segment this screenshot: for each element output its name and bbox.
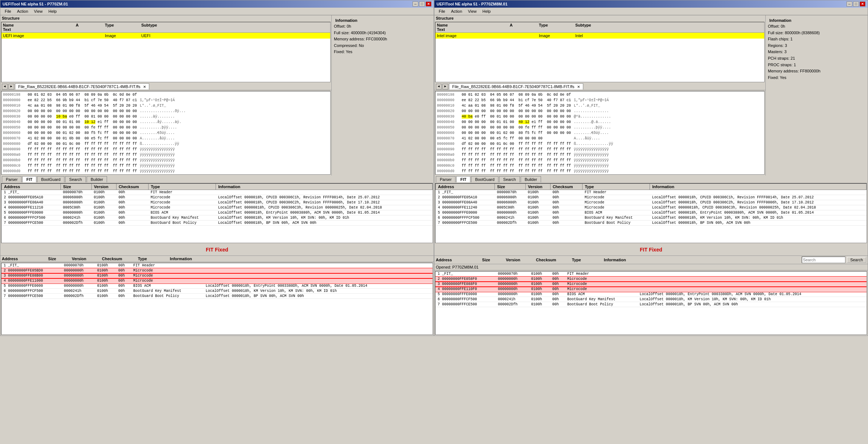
right-bot-r4-chk: 00h (550, 287, 565, 292)
left-fit-row-5[interactable]: 5 00000000FFFE0000 00000000h 0100h 00h B… (2, 210, 433, 215)
right-struct-row-intel[interactable]: Intel image Image Intel (435, 33, 764, 39)
right-bot-r5-addr: 5 00000000FFFE0000 (435, 292, 496, 297)
right-hex-tab[interactable]: File_Raw_B52282EE-9B66-44B9-B1CF-7E5040F… (449, 83, 583, 90)
right-bot-fit-row-5[interactable]: 5 00000000FFFE0000 00000000h 0100h 00h B… (435, 292, 867, 297)
right-menu-action[interactable]: Action (448, 8, 465, 14)
right-menu-help[interactable]: Help (480, 8, 494, 14)
left-struct-col-subtype: Subtype (141, 23, 178, 27)
right-tab-fit[interactable]: FIT (456, 176, 470, 182)
left-fit-row-2[interactable]: 2 00000000FFE05A10 00006000h 0100h 00h M… (2, 195, 433, 200)
left-info-compressed: Compressed: No (334, 43, 431, 49)
left-fit-r5-chk: 00h (116, 210, 148, 215)
left-menu-help[interactable]: Help (46, 8, 60, 14)
left-tab-builder[interactable]: Builder (87, 176, 107, 182)
left-window: UEFITool NE alpha 51 - P770ZM.01 ─ □ ✕ F… (0, 0, 434, 336)
left-menu-action[interactable]: Action (14, 8, 31, 14)
right-bot-fit-row-7[interactable]: 7 00000000FFFCE500 000002Dfh 0100h 00h B… (435, 302, 867, 307)
left-hex-tab-label: File_Raw_B52282EE-9B66-44B9-B1CF-7E5040F… (18, 84, 140, 89)
right-bot-r1-addr: 1 _FIT_ (435, 271, 496, 277)
right-menu-file[interactable]: File (436, 8, 448, 14)
right-fit-row-1[interactable]: 1 _FIT_ 00000070h 0100h 00h FIT Header (436, 190, 867, 195)
right-bot-r3-type: Microcode (565, 282, 638, 287)
left-bot-fit-row-3[interactable]: 3 00000000FFE08B00 00000000h 0100h 00h M… (1, 273, 433, 278)
right-tab-builder[interactable]: Builder (521, 176, 541, 182)
right-info-fullsize: Full size: 800000h (8388608) (768, 30, 865, 36)
right-fit-r6-info: LocalOffset 0000018h, KM Version 10h, KM… (650, 215, 867, 221)
left-fit-row-4[interactable]: 4 00000000FFE11210 0005C00h 0100h 00h Mi… (2, 205, 433, 210)
left-struct-a (76, 33, 105, 38)
right-info-content: Offset: 0h Full size: 800000h (8388608) … (768, 23, 865, 81)
right-fit-row-2[interactable]: 2 00000000FFE05A10 00006000h 0100h 00h M… (436, 195, 867, 200)
right-hex-close-btn[interactable]: ✕ (577, 85, 580, 89)
right-bot-r7-chk: 00h (550, 302, 565, 307)
right-hex-row-ff6: 000000e0 ff ff ff ff ff ff ff ff ff ff f… (437, 174, 763, 175)
right-hex-forward-btn[interactable]: ► (442, 84, 448, 90)
left-bot-r4-info (204, 278, 433, 284)
right-fit-row-6[interactable]: 6 00000000FFFFCF500 0000241h 0100h 00h B… (436, 215, 867, 221)
left-fit-r2-ver: 0100h (92, 195, 117, 200)
left-bot-fit-row-5[interactable]: 5 00000000FFFE0000 00000000h 0100h 00h B… (1, 284, 433, 289)
right-hex-viewer[interactable]: 00000198 00 01 02 03 04 05 06 07 08 09 0… (435, 91, 765, 175)
right-maximize-btn[interactable]: □ (853, 1, 859, 7)
left-struct-row-uefi[interactable]: UEFI image Image UEFI (1, 33, 330, 39)
left-tab-parser[interactable]: Parser (2, 176, 21, 182)
left-hex-viewer[interactable]: 00000198 00 01 02 03 04 05 06 07 08 09 0… (1, 91, 331, 175)
left-hex-close-btn[interactable]: ✕ (143, 85, 146, 89)
right-close-btn[interactable]: ✕ (860, 1, 865, 7)
left-hex-back-btn[interactable]: ◄ (2, 84, 8, 90)
left-struct-header: Name A Type Subtype Text (1, 22, 330, 33)
right-fit-row-4[interactable]: 4 00000000FFE11240 0005C00h 0100h 00h Mi… (436, 205, 867, 210)
left-tab-bootguard[interactable]: BootGuard (37, 176, 64, 182)
right-fit-r1-size: 00000070h (495, 190, 526, 195)
right-structure-tree[interactable]: Name A Type Subtype Text Intel image Ima… (435, 22, 765, 82)
left-menu-view[interactable]: View (31, 8, 46, 14)
left-hex-tab[interactable]: File_Raw_B52282EE-9B66-44B9-B1CF-7E5040F… (15, 83, 149, 90)
right-fit-r5-ver: 0100h (526, 210, 551, 215)
left-bot-fit-row-6[interactable]: 6 00000000FFFCF500 0000241h 0100h 00h Bo… (1, 289, 433, 294)
left-bot-fit-row-2[interactable]: 2 00000000FFE05BD0 00000000h 0100h 00h M… (1, 268, 433, 273)
right-fit-row-5[interactable]: 5 00000000FFFE0000 00000000h 0100h 00h B… (436, 210, 867, 215)
right-menu-view[interactable]: View (465, 8, 480, 14)
right-hex-back-btn[interactable]: ◄ (436, 84, 442, 90)
right-minimize-btn[interactable]: ─ (847, 1, 852, 7)
right-search-input[interactable] (802, 257, 845, 263)
left-hex-forward-btn[interactable]: ► (8, 84, 14, 90)
right-fit-upper-table[interactable]: Address Size Version Checksum Type Infor… (435, 183, 867, 243)
right-bot-fit-row-4[interactable]: 4 00000000FFE110F0 00000000h 0100h 00h M… (435, 287, 867, 292)
right-tab-parser[interactable]: Parser (436, 176, 455, 182)
left-fit-row-6[interactable]: 6 00000000FFFFCF500 0000241h 0100h 00h B… (2, 215, 433, 221)
left-fit-row-7[interactable]: 7 00000000FFFCE500 000002Dfh 0100h 00h B… (2, 221, 433, 226)
left-fit-row-1[interactable]: 1 _FIT_ 00000070h 0100h 00h FIT Header (2, 190, 433, 195)
left-fit-upper-table[interactable]: Address Size Version Checksum Type Infor… (1, 183, 433, 243)
right-bot-fit-row-2[interactable]: 2 00000000FFE058F0 00000000h 0100h 00h M… (435, 277, 867, 282)
right-bot-r1-type: FIT Header (565, 271, 638, 277)
right-bottom-chk-col: Checksum (536, 258, 556, 262)
left-maximize-btn[interactable]: □ (419, 1, 425, 7)
left-menu-file[interactable]: File (2, 8, 14, 14)
right-fit-row-3[interactable]: 3 00000000FFE08A40 00006000h 0100h 00h M… (436, 200, 867, 205)
left-close-btn[interactable]: ✕ (426, 1, 431, 7)
right-bot-fit-row-1[interactable]: 1 _FIT_ 00000070h 0100h 00h FIT Header (435, 271, 867, 277)
right-fit-col-type: Type (583, 184, 650, 190)
left-bot-r6-info: LocalOffset 0000018h, KM Version 10h, KM… (204, 289, 433, 294)
right-menu-bar: File Action View Help (434, 8, 868, 15)
left-tab-fit[interactable]: FIT (22, 176, 36, 182)
right-fit-row-7[interactable]: 7 00000000FFFCE500 000002Dfh 0100h 00h B… (436, 221, 867, 226)
left-bot-fit-row-4[interactable]: 4 00000000FFE11000 00000000h 0100h 00h M… (1, 278, 433, 284)
left-bot-fit-row-7[interactable]: 7 00000000FFFCE500 000002Dfh 0100h 00h B… (1, 294, 433, 299)
left-tab-search[interactable]: Search (65, 176, 86, 182)
left-fit-row-3[interactable]: 3 00000000FFE08A40 00006000h 0100h 00h M… (2, 200, 433, 205)
left-structure-tree[interactable]: Name A Type Subtype Text UEFI image Imag… (1, 22, 331, 82)
right-bot-r3-ver: 0100h (529, 282, 550, 287)
right-tab-search[interactable]: Search (499, 176, 520, 182)
right-bot-r1-info (638, 271, 867, 277)
left-bot-fit-row-1[interactable]: 1 _FIT_ 00000070h 0100h 00h FIT Header (1, 263, 433, 268)
right-bot-fit-row-3[interactable]: 3 00000000FFE088F0 00000000h 0100h 00h M… (435, 282, 867, 287)
right-bot-r3-chk: 00h (550, 282, 565, 287)
right-search-button[interactable]: Search (847, 257, 866, 263)
right-bot-fit-row-6[interactable]: 6 00000000FFFCF500 0000241h 0100h 00h Bo… (435, 297, 867, 302)
right-bottom-fit-table[interactable]: 1 _FIT_ 00000070h 0100h 00h FIT Header 2… (435, 271, 867, 335)
left-bottom-fit-table[interactable]: 1 _FIT_ 00000070h 0100h 00h FIT Header 2… (1, 263, 433, 335)
right-tab-bootguard[interactable]: BootGuard (471, 176, 498, 182)
left-minimize-btn[interactable]: ─ (413, 1, 418, 7)
